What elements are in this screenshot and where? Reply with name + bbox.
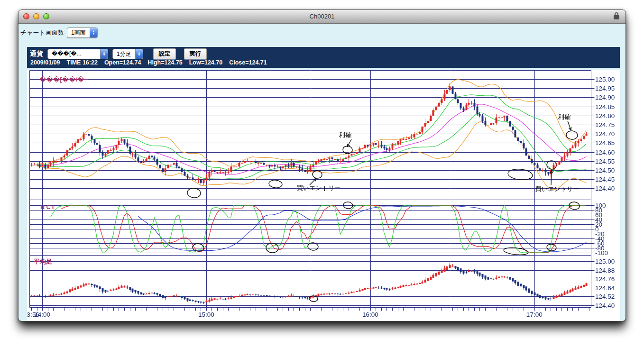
info-date: 2009/01/09 <box>30 59 60 66</box>
toolbar: チャート画面数 1画面 ▲▼ <box>20 27 98 38</box>
take-profit-annotation: 利確 <box>339 131 351 139</box>
buy-entry-annotation: 買いエントリー <box>535 185 580 193</box>
chart-header: 通貨 ���[�... ▲▼ 1分足 ▲▼ 設定 実行 2009/01/09 <box>27 47 620 68</box>
run-button[interactable]: 実行 <box>184 48 207 59</box>
currency-label: 通貨 <box>30 50 43 58</box>
currency-select[interactable]: ���[�... ▲▼ <box>47 49 108 59</box>
buy-entry-annotation: 買いエントリー <box>297 184 341 192</box>
info-high: High=124.75 <box>147 59 182 66</box>
window-titlebar[interactable]: Ch00201 <box>18 10 626 24</box>
chart-count-select[interactable]: 1画面 ▲▼ <box>67 27 98 38</box>
stepper-icon: ▲▼ <box>135 49 143 59</box>
take-profit-annotation: 利確 <box>558 113 570 121</box>
info-open: Open=124.74 <box>104 59 141 66</box>
lock-icon <box>613 12 620 21</box>
info-low: Low=124.70 <box>189 59 223 66</box>
timeframe-select[interactable]: 1分足 ▲▼ <box>112 49 143 59</box>
chart-count-value: 1画面 <box>67 28 90 37</box>
heikin-ashi-panel-title: 平均足 <box>34 257 52 266</box>
chart-area: ���[��/�~ RCI 平均足 利確 買いエントリー 利確 買いエントリー <box>27 70 620 321</box>
price-panel-title: ���[��/�~ <box>39 76 88 83</box>
info-time: TIME 16:22 <box>67 59 98 66</box>
app-window: Ch00201 チャート画面数 1画面 ▲▼ 通貨 ���[�... ▲▼ <box>18 9 626 321</box>
stepper-icon: ▲▼ <box>90 28 97 37</box>
currency-value: ���[�... <box>48 49 85 59</box>
window-title: Ch00201 <box>18 13 626 20</box>
window-content: チャート画面数 1画面 ▲▼ 通貨 ���[�... ▲▼ 1分足 <box>18 23 626 321</box>
price-chart-canvas <box>27 70 620 321</box>
info-close: Close=124.71 <box>229 59 267 66</box>
chart-count-label: チャート画面数 <box>20 28 64 37</box>
settings-button[interactable]: 設定 <box>153 48 176 59</box>
ohlc-info: 2009/01/09 TIME 16:22 Open=124.74 High=1… <box>30 59 267 66</box>
rci-panel-title: RCI <box>40 203 55 211</box>
stepper-icon: ▲▼ <box>100 49 108 59</box>
timeframe-value: 1分足 <box>113 49 135 59</box>
